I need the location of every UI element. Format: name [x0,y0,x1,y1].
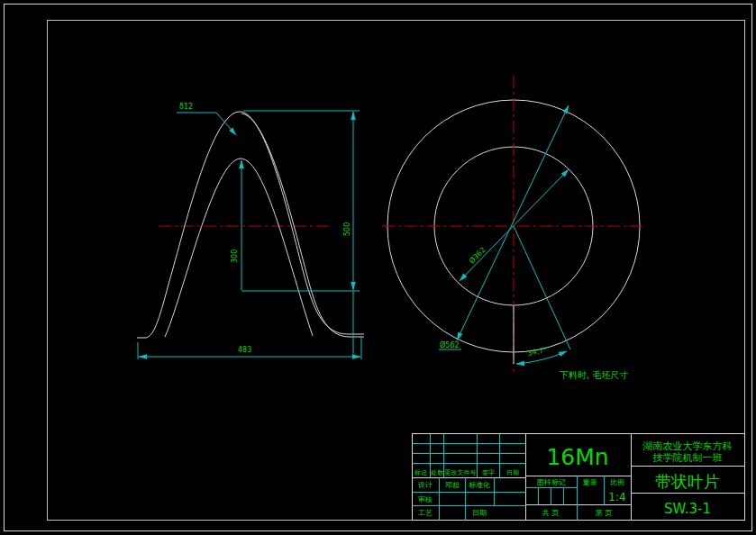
inner-border [48,21,745,521]
sheet-no: 第 页 [596,509,613,517]
ring-view: Ø562 Ø362 34.7° 下料时, 毛坯尺寸 [382,76,645,380]
drawing-sheet: δ12 500 300 483 [0,0,756,535]
hdr-mark: 标记 [414,469,427,476]
dim-500: 500 [241,111,360,354]
weight-label: 重量 [582,478,597,486]
outer-border [5,5,752,531]
school-line1: 湖南农业大学东方科 [642,440,733,452]
dim-300: 300 [231,160,241,290]
dim-300-label: 300 [231,249,239,263]
sheets-total: 共 页 [542,509,560,517]
row-process: 工艺 [418,509,433,517]
part-name: 带状叶片 [655,472,720,491]
drawing-number: SW.3-1 [664,501,711,517]
row-designer: 邓超 [444,481,460,489]
cad-canvas: δ12 500 300 483 [0,0,756,535]
scale-label: 比例 [610,478,624,486]
dim-outer-dia: Ø562 [439,105,569,349]
dim-angle-label: 34.7° [527,346,548,358]
title-block-right-texts: 湖南农业大学东方科 技学院机制一班 带状叶片 SW.3-1 [642,440,733,517]
angle-radial-line [514,226,570,349]
title-block: 标记 处数 更改文件号 签字 日期 设计 邓超 标准化 审核 工艺 日期 16M… [413,434,745,521]
hdr-sign: 签字 [482,469,495,476]
profile-inner-curve [165,159,313,337]
blank-note: 下料时, 毛坯尺寸 [560,370,628,380]
dim-483-label: 483 [238,346,251,354]
sheet-border [5,5,752,531]
row-review: 审核 [418,495,433,503]
hdr-change-doc: 更改文件号 [445,468,477,476]
row-standardization: 标准化 [469,481,490,489]
title-block-middle-texts: 16Mn 图样标记 重量 比例 1:4 共 页 第 页 [537,444,626,517]
dim-outer-dia-label: Ø562 [440,340,460,349]
material-label: 16Mn [546,444,608,470]
dim-angle: 34.7° [514,226,570,364]
dim-500-label: 500 [343,222,351,236]
hdr-count: 处数 [431,469,444,476]
dim-thickness: δ12 [179,103,193,111]
profile-outer-curve [137,112,364,338]
dim-483: 483 [138,336,361,359]
hdr-date: 日期 [506,469,519,476]
row-date: 日期 [472,509,487,517]
stamp-label: 图样标记 [537,478,566,486]
leader-line [216,113,236,135]
school-line2: 技学院机制一班 [653,452,723,464]
dim-inner-dia-label: Ø362 [467,245,487,265]
profile-view: δ12 500 300 483 [137,103,364,359]
row-design: 设计 [418,481,433,489]
scale-value: 1:4 [608,491,625,503]
